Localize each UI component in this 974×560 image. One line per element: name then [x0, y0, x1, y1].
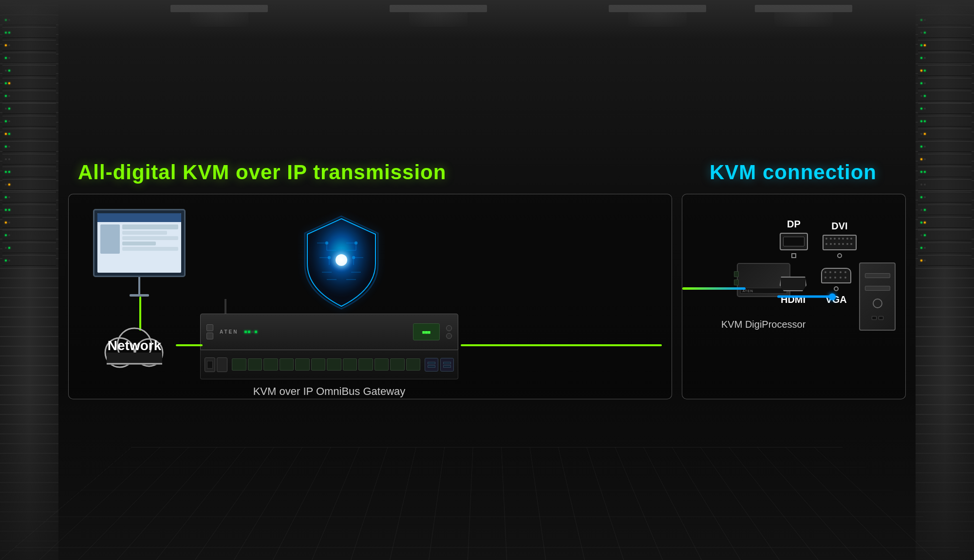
lcd-display: ■■■: [413, 323, 440, 340]
pin: [842, 238, 844, 240]
rj45-port: [263, 358, 278, 371]
sfp-slot: [428, 362, 435, 364]
led: [248, 331, 250, 333]
ports-top-row: DP DVI: [780, 219, 857, 258]
pin: [840, 271, 842, 273]
pin: [825, 238, 827, 240]
dp-inner: [783, 237, 805, 246]
vga-connector: [821, 268, 851, 283]
sfp-slot: [443, 365, 451, 368]
cloud-area: Network: [93, 323, 176, 374]
pin: [844, 277, 846, 279]
pin: [834, 243, 836, 245]
diagram-wrapper: Network ATEN: [68, 194, 906, 399]
connection-dot: [829, 293, 836, 300]
left-ports: [206, 324, 213, 339]
led: [244, 331, 247, 333]
usb-ports: [872, 316, 883, 320]
ports-section: DP DVI: [780, 219, 857, 305]
rj45-grid: [232, 358, 420, 371]
left-panel: Network ATEN: [68, 194, 672, 399]
gateway-front-panel: ATEN ■■■: [200, 314, 458, 350]
drive-bay: [865, 286, 890, 291]
pin: [825, 243, 827, 245]
port: [206, 333, 213, 339]
digi-rj45: [734, 271, 739, 285]
pin: [830, 238, 832, 240]
hdmi-port-item: HDMI: [780, 277, 806, 305]
usb-port: [872, 316, 877, 320]
right-buttons: [446, 325, 452, 339]
monitor-stand-h: [130, 294, 149, 297]
monitor-frame: [93, 209, 186, 277]
left-diagram: Network ATEN: [78, 204, 662, 389]
pin: [842, 243, 844, 245]
rj45-port: [406, 358, 421, 371]
pin: [838, 238, 840, 240]
sfp-port: [440, 358, 454, 372]
power-button: [873, 299, 882, 308]
dvi-label: DVI: [831, 221, 847, 232]
svg-point-24: [336, 254, 347, 266]
rj45-port: [232, 358, 246, 371]
lcd-text: ■■■: [422, 330, 430, 335]
dp-dot: [791, 253, 796, 258]
svg-point-19: [325, 242, 328, 244]
pin: [829, 271, 831, 273]
svg-rect-3: [107, 353, 162, 365]
pc-tower: [859, 262, 896, 331]
shield-area: [293, 209, 390, 318]
sfp-slot: [428, 365, 435, 368]
usb-port: [879, 316, 883, 320]
sfp-port: [425, 358, 438, 372]
power-port: [205, 357, 215, 372]
digi-processor-label: KVM DigiProcessor: [721, 319, 805, 330]
pin: [824, 271, 826, 273]
ports-bottom-row: HDMI: [780, 268, 857, 305]
power-port: [217, 357, 227, 372]
ui-row: [122, 242, 156, 245]
port-indicators: [244, 331, 342, 333]
rj45-port: [375, 358, 389, 371]
button: [446, 333, 452, 339]
monitor-stand-v: [138, 277, 140, 294]
pc-tower-area: [859, 262, 896, 331]
dp-label: DP: [787, 219, 801, 230]
rj45-port: [311, 358, 326, 371]
dp-port-item: DP: [780, 219, 808, 258]
pin: [846, 243, 848, 245]
rj45-port: [280, 358, 294, 371]
pin: [834, 238, 836, 240]
power-pin: [207, 361, 213, 369]
ui-titlebar: [97, 213, 181, 222]
rj45-port: [327, 358, 341, 371]
uplink-ports: [425, 358, 454, 372]
rj45: [734, 280, 739, 285]
power-connectors: [205, 357, 227, 372]
led: [255, 331, 257, 333]
gateway-label: KVM over IP OmniBus Gateway: [200, 385, 458, 398]
dvi-connector: [823, 235, 857, 250]
pin: [844, 271, 846, 273]
rj45-port: [295, 358, 310, 371]
pin: [830, 243, 832, 245]
pin: [838, 243, 840, 245]
power-cable: [225, 299, 226, 314]
vga-dot: [834, 286, 839, 291]
ui-main: [122, 224, 178, 254]
led: [251, 331, 254, 333]
dvi-port-item: DVI: [823, 221, 857, 258]
button: [446, 325, 452, 331]
ui-row: [122, 231, 167, 235]
aten-logo: ATEN: [220, 329, 238, 335]
hdmi-connector: [780, 277, 806, 291]
pin: [834, 271, 836, 273]
ui-row: [122, 247, 178, 251]
pin: [840, 277, 842, 279]
svg-point-20: [355, 242, 357, 244]
rj45-port: [390, 358, 405, 371]
cable-connector: [682, 287, 746, 290]
port: [206, 324, 213, 331]
pin: [846, 238, 848, 240]
dp-connector: [780, 233, 808, 250]
